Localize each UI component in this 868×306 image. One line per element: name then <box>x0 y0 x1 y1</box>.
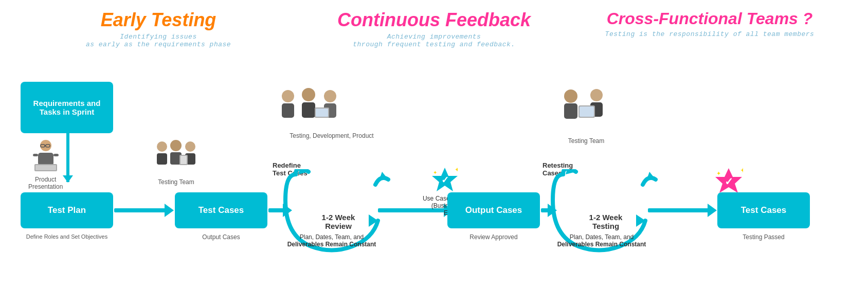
early-testing-subtitle: Identifying issues as early as the requi… <box>21 33 296 48</box>
testing-team-icon-2 <box>553 88 620 134</box>
product-presentation-figure: ProductPresentation <box>28 139 63 190</box>
arrow-req-to-plan <box>66 133 69 182</box>
plan-dates-label-2: Plan, Dates, Team, andDeliverables Remai… <box>545 233 658 248</box>
svg-rect-33 <box>564 103 577 119</box>
svg-rect-37 <box>580 106 594 117</box>
svg-point-32 <box>564 89 577 103</box>
svg-point-34 <box>590 89 603 101</box>
kb-badge-svg: ✓ ✦ ✦ <box>432 167 458 192</box>
testing-passed-label: Testing Passed <box>720 233 807 241</box>
header-section: Early Testing Identifying issues as earl… <box>0 0 868 53</box>
header-cross-functional: Cross-Functional Teams ? Testing is the … <box>572 9 847 38</box>
testing-team-label-2: Testing Team <box>553 137 620 145</box>
test-cases-box-2: Test Cases <box>717 192 810 228</box>
team-figure-2 <box>273 88 375 136</box>
team-icon-2 <box>273 88 375 134</box>
product-person-icon <box>30 139 61 173</box>
diagram-area: Requirements and Tasks in Sprint Product… <box>0 56 868 277</box>
svg-rect-8 <box>35 165 56 170</box>
svg-rect-4 <box>38 153 53 166</box>
svg-text:✓: ✓ <box>725 176 733 187</box>
review-label: 1-2 Week Review <box>313 213 364 230</box>
header-early-testing: Early Testing Identifying issues as earl… <box>21 9 296 48</box>
testing-label: 1-2 WeekTesting <box>580 213 631 230</box>
continuous-feedback-title: Continuous Feedback <box>296 9 572 31</box>
testing-team-label-1: Testing Team <box>152 178 201 186</box>
bug-badge-svg: ✓ ✦ ✦ <box>715 167 743 195</box>
review-approved-label: Review Approved <box>453 233 535 241</box>
test-plan-box: Test Plan <box>21 192 113 228</box>
testing-team-figure-2: Testing Team <box>553 88 620 145</box>
continuous-feedback-subtitle: Achieving improvements through frequent … <box>296 33 572 48</box>
arrow-output-to-loop2 <box>541 208 549 212</box>
svg-rect-5 <box>33 154 38 156</box>
requirements-box: Requirements and Tasks in Sprint <box>21 82 113 133</box>
svg-rect-6 <box>53 154 59 156</box>
svg-rect-24 <box>316 109 328 117</box>
svg-text:✓: ✓ <box>441 175 449 185</box>
arrow-cases1-to-loop <box>268 208 284 212</box>
svg-point-19 <box>302 88 315 101</box>
cross-functional-title: Cross-Functional Teams ? <box>572 9 847 28</box>
svg-point-17 <box>282 90 294 102</box>
testing-team-icon-1 <box>152 139 201 175</box>
define-roles-label: Define Roles and Set Objectives <box>15 233 118 240</box>
svg-rect-18 <box>282 103 294 118</box>
test-cases-box-1: Test Cases <box>175 192 267 228</box>
output-cases-label-1: Output Cases <box>180 233 262 241</box>
svg-rect-20 <box>302 102 315 118</box>
svg-marker-27 <box>379 172 388 181</box>
svg-text:✦: ✦ <box>455 167 458 173</box>
svg-marker-40 <box>646 172 656 181</box>
arrow-plan-to-cases <box>114 208 166 212</box>
product-presentation-label: ProductPresentation <box>28 176 63 190</box>
svg-rect-16 <box>180 156 187 164</box>
output-cases-box: Output Cases <box>447 192 540 228</box>
svg-text:✦: ✦ <box>740 167 743 174</box>
early-testing-title: Early Testing <box>21 9 296 31</box>
svg-point-13 <box>185 141 195 152</box>
testing-team-figure-1: Testing Team <box>152 139 201 186</box>
cross-functional-subtitle: Testing is the responsibility of all tea… <box>572 30 847 38</box>
svg-point-11 <box>170 140 182 151</box>
svg-rect-10 <box>157 153 167 165</box>
svg-point-9 <box>157 141 167 152</box>
arrow-loop2-to-cases2 <box>648 208 709 212</box>
plan-dates-label-1: Plan, Dates, Team, andDeliverables Remai… <box>275 233 388 248</box>
svg-point-21 <box>324 90 336 102</box>
svg-text:✦: ✦ <box>716 170 721 176</box>
header-continuous-feedback: Continuous Feedback Achieving improvemen… <box>296 9 572 48</box>
svg-text:✦: ✦ <box>433 170 437 175</box>
